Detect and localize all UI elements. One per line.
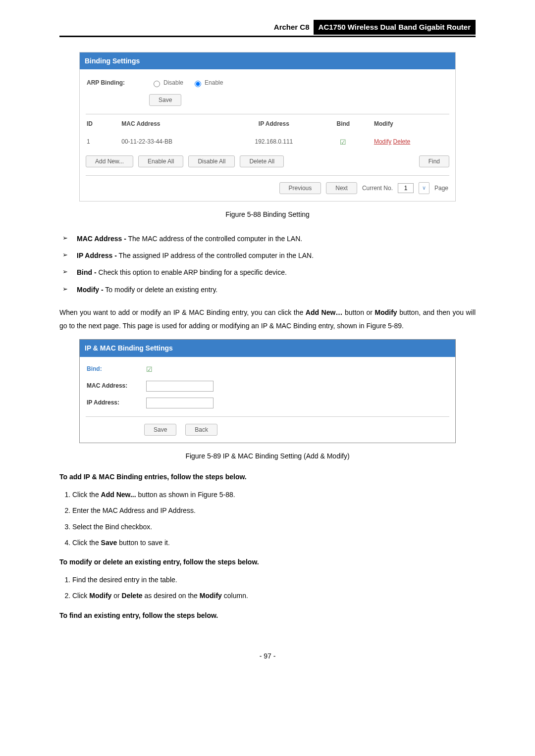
col-id: ID — [80, 114, 114, 134]
delete-link[interactable]: Delete — [393, 138, 411, 145]
ip-mac-binding-panel: IP & MAC Binding Settings Bind: ☑ MAC Ad… — [79, 339, 456, 443]
chevron-down-icon[interactable]: ∨ — [419, 182, 429, 194]
mac-address-input[interactable] — [146, 381, 214, 392]
definition-list: ➢MAC Address - The MAC address of the co… — [59, 230, 476, 299]
save-button[interactable]: Save — [149, 94, 181, 106]
add-new-button[interactable]: Add New... — [86, 155, 133, 167]
panel-title: Binding Settings — [80, 52, 455, 69]
page-label: Page — [434, 184, 448, 193]
arp-enable-radio[interactable]: Enable — [192, 78, 223, 88]
table-row: 1 00-11-22-33-44-BB 192.168.0.111 ☑ Modi… — [80, 134, 455, 151]
triangle-bullet-icon: ➢ — [62, 250, 68, 260]
page-number-input[interactable] — [398, 183, 414, 193]
col-modify: Modify — [367, 114, 455, 134]
find-entries-heading: To find an existing entry, follow the st… — [59, 610, 476, 621]
current-no-label: Current No. — [362, 184, 393, 193]
arp-binding-label: ARP Binding: — [87, 78, 141, 88]
col-ip: IP Address — [228, 114, 320, 134]
doc-header: Archer C8 AC1750 Wireless Dual Band Giga… — [59, 20, 476, 37]
mac-address-label: MAC Address: — [87, 381, 136, 391]
triangle-bullet-icon: ➢ — [62, 284, 68, 295]
figure-88-caption: Figure 5-88 Binding Setting — [59, 209, 476, 220]
figure-89-caption: Figure 5-89 IP & MAC Binding Setting (Ad… — [59, 451, 476, 461]
model-label: Archer C8 — [270, 20, 314, 35]
delete-all-button[interactable]: Delete All — [240, 155, 284, 167]
add-entries-heading: To add IP & MAC Binding entries, follow … — [59, 471, 476, 482]
cell-mac: 00-11-22-33-44-BB — [114, 134, 228, 151]
save-button-2[interactable]: Save — [144, 424, 176, 436]
panel2-title: IP & MAC Binding Settings — [80, 340, 455, 356]
triangle-bullet-icon: ➢ — [62, 267, 68, 277]
cell-ip: 192.168.0.111 — [228, 134, 320, 151]
disable-all-button[interactable]: Disable All — [188, 155, 235, 167]
page-number: - 97 - — [59, 651, 476, 661]
binding-table: ID MAC Address IP Address Bind Modify 1 … — [80, 114, 455, 151]
radio-enable[interactable] — [195, 81, 201, 87]
product-label: AC1750 Wireless Dual Band Gigabit Router — [314, 20, 476, 35]
back-button[interactable]: Back — [185, 424, 217, 436]
find-button[interactable]: Find — [419, 155, 449, 167]
radio-disable[interactable] — [154, 81, 160, 87]
arp-disable-radio[interactable]: Disable — [151, 78, 183, 88]
bind-checkbox-icon[interactable]: ☑ — [320, 134, 367, 151]
bind-label: Bind: — [87, 364, 136, 374]
ip-address-input[interactable] — [146, 398, 214, 408]
col-mac: MAC Address — [114, 114, 228, 134]
col-bind: Bind — [320, 114, 367, 134]
enable-all-button[interactable]: Enable All — [138, 155, 183, 167]
triangle-bullet-icon: ➢ — [62, 233, 68, 244]
modify-entries-heading: To modify or delete an existing entry, f… — [59, 556, 476, 567]
paragraph-add-modify: When you want to add or modify an IP & M… — [59, 306, 476, 332]
cell-id: 1 — [80, 134, 114, 151]
modify-link[interactable]: Modify — [374, 138, 391, 145]
binding-settings-panel: Binding Settings ARP Binding: Disable En… — [79, 52, 456, 202]
ip-address-label: IP Address: — [87, 398, 136, 407]
bind-form-checkbox-icon[interactable]: ☑ — [146, 364, 153, 375]
previous-button[interactable]: Previous — [279, 182, 321, 194]
add-steps-list: Click the Add New... button as shown in … — [59, 487, 476, 551]
modify-steps-list: Find the desired entry in the table. Cli… — [59, 572, 476, 604]
next-button[interactable]: Next — [326, 182, 357, 194]
